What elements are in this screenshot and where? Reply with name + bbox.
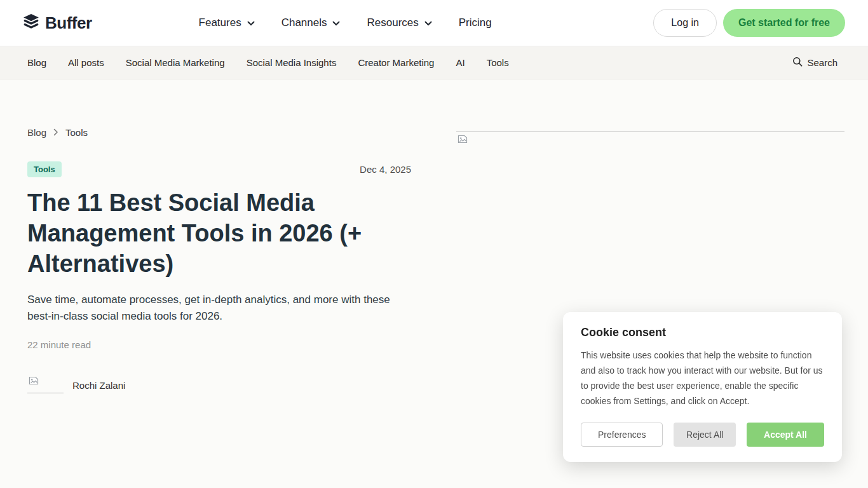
nav-resources-label: Resources xyxy=(367,17,418,29)
author-name: Rochi Zalani xyxy=(72,380,125,393)
subnav-items: Blog All posts Social Media Marketing So… xyxy=(27,57,509,68)
get-started-button[interactable]: Get started for free xyxy=(723,9,845,37)
nav-channels-label: Channels xyxy=(281,17,327,29)
search-label: Search xyxy=(807,57,837,68)
preferences-button[interactable]: Preferences xyxy=(581,423,663,447)
chevron-right-icon xyxy=(53,127,58,138)
cookie-consent-dialog: Cookie consent This website uses cookies… xyxy=(563,312,842,462)
chevron-down-icon xyxy=(332,17,340,29)
subnav-item-creator-marketing[interactable]: Creator Marketing xyxy=(358,57,434,68)
article-subtitle: Save time, automate processes, get in-de… xyxy=(27,292,395,325)
subnav-item-blog[interactable]: Blog xyxy=(27,57,46,68)
chevron-down-icon xyxy=(424,17,432,29)
nav-features-label: Features xyxy=(199,17,241,29)
read-time: 22 minute read xyxy=(27,339,411,350)
nav-pricing-label: Pricing xyxy=(459,17,492,29)
main-nav: Features Channels Resources Pricing xyxy=(199,17,492,29)
breadcrumb-tools[interactable]: Tools xyxy=(65,127,88,138)
buffer-logo[interactable]: Buffer xyxy=(23,13,92,33)
breadcrumb: Blog Tools xyxy=(27,127,411,138)
buffer-logo-icon xyxy=(23,13,39,32)
breadcrumb-blog[interactable]: Blog xyxy=(27,127,46,138)
nav-pricing[interactable]: Pricing xyxy=(459,17,492,29)
author-row: Rochi Zalani xyxy=(27,376,411,393)
cookie-title: Cookie consent xyxy=(581,326,824,339)
nav-channels[interactable]: Channels xyxy=(281,17,341,29)
nav-features[interactable]: Features xyxy=(199,17,255,29)
chevron-down-icon xyxy=(247,17,255,29)
header-actions: Log in Get started for free xyxy=(653,9,845,37)
subnav-item-all-posts[interactable]: All posts xyxy=(68,57,104,68)
login-button[interactable]: Log in xyxy=(653,9,717,37)
accept-all-button[interactable]: Accept All xyxy=(747,423,824,447)
article-meta-column: Blog Tools Tools Dec 4, 2025 The 11 Best… xyxy=(27,127,411,449)
nav-resources[interactable]: Resources xyxy=(367,17,431,29)
subnav-item-social-media-marketing[interactable]: Social Media Marketing xyxy=(126,57,225,68)
tag-badge[interactable]: Tools xyxy=(27,161,62,177)
cookie-buttons: Preferences Reject All Accept All xyxy=(581,423,824,447)
main-header: Buffer Features Channels Resources Prici… xyxy=(0,0,868,46)
article-date: Dec 4, 2025 xyxy=(360,164,411,175)
article-title: The 11 Best Social Media Management Tool… xyxy=(27,187,386,279)
cookie-body: This website uses cookies that help the … xyxy=(581,348,824,409)
article-meta-row: Tools Dec 4, 2025 xyxy=(27,161,411,177)
search-icon xyxy=(792,57,803,69)
search-button[interactable]: Search xyxy=(792,57,837,69)
author-avatar xyxy=(27,376,64,393)
reject-all-button[interactable]: Reject All xyxy=(674,423,736,447)
blog-subnav: Blog All posts Social Media Marketing So… xyxy=(0,46,868,79)
subnav-item-social-media-insights[interactable]: Social Media Insights xyxy=(247,57,337,68)
subnav-item-ai[interactable]: AI xyxy=(456,57,465,68)
buffer-logo-text: Buffer xyxy=(45,13,92,33)
subnav-item-tools[interactable]: Tools xyxy=(487,57,509,68)
